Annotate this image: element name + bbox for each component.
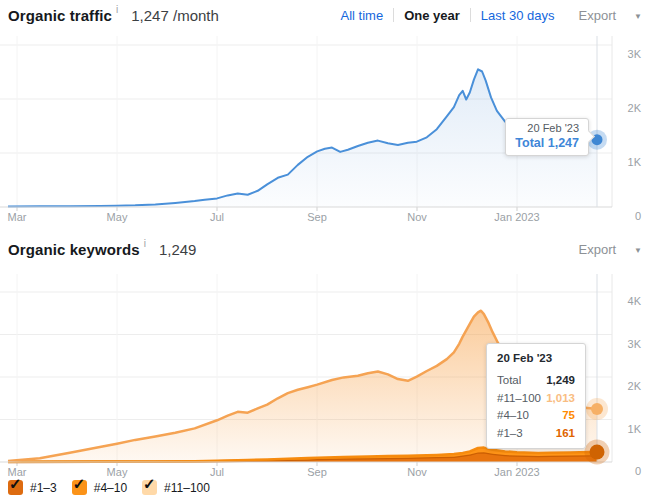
y-axis-label: 2K <box>628 380 642 392</box>
organic-traffic-header: Organic traffic i 1,247 /month All time … <box>8 4 642 26</box>
tooltip-total: Total 1,247 <box>515 136 579 151</box>
tooltip-row-value: 1,013 <box>546 392 575 405</box>
x-axis-label: Nov <box>407 211 427 223</box>
caret-down-icon: ▼ <box>634 12 642 21</box>
caret-down-icon: ▼ <box>634 246 642 255</box>
analytics-overview-panel: Organic traffic i 1,247 /month All time … <box>0 0 649 504</box>
tab-one-year[interactable]: One year <box>394 8 470 23</box>
legend-label: #11–100 <box>164 481 210 495</box>
organic-traffic-title: Organic traffic <box>8 7 112 24</box>
export-button[interactable]: Export ▼ <box>579 242 643 257</box>
y-axis-label: 1K <box>628 156 642 168</box>
checkmark-icon: ✓ <box>9 476 22 491</box>
tooltip-date: 20 Feb '23 <box>497 351 575 365</box>
tooltip-row-label: #11–100 <box>497 392 541 405</box>
y-axis-label: 2K <box>628 102 642 114</box>
tooltip-row-label: #1–3 <box>497 427 523 440</box>
legend-checkbox[interactable]: ✓ <box>72 480 87 495</box>
tooltip-row-label: #4–10 <box>497 409 529 422</box>
legend-checkbox[interactable]: ✓ <box>8 480 23 495</box>
legend-checkbox[interactable]: ✓ <box>142 480 157 495</box>
x-axis-label: Jul <box>210 466 224 478</box>
y-axis-label: 3K <box>628 338 642 350</box>
tab-last-30-days[interactable]: Last 30 days <box>471 8 565 23</box>
x-axis-label: Sep <box>307 211 327 223</box>
x-axis-label: May <box>107 211 128 223</box>
legend-label: #4–10 <box>94 481 127 495</box>
tooltip-row: #11–1001,013 <box>497 392 575 405</box>
keywords-legend: ✓#1–3✓#4–10✓#11–100 <box>8 480 210 495</box>
y-axis-label: 4K <box>628 295 642 307</box>
checkmark-icon: ✓ <box>143 476 156 491</box>
checkmark-icon: ✓ <box>73 476 86 491</box>
x-axis-label: Jan 2023 <box>494 466 539 478</box>
legend-item[interactable]: ✓#1–3 <box>8 480 57 495</box>
tooltip-row: #4–1075 <box>497 409 575 422</box>
tooltip-row-value: 75 <box>562 409 575 422</box>
tooltip-row: Total1,249 <box>497 374 575 387</box>
y-axis-label: 3K <box>628 48 642 60</box>
y-axis-label: 0 <box>635 210 641 222</box>
legend-item[interactable]: ✓#4–10 <box>72 480 127 495</box>
x-axis-label: Mar <box>8 211 27 223</box>
export-label: Export <box>579 242 617 257</box>
organic-traffic-value: 1,247 /month <box>131 7 219 24</box>
organic-keywords-title: Organic keywords <box>8 241 140 258</box>
traffic-tooltip: 20 Feb '23 Total 1,247 <box>505 118 589 156</box>
x-axis-label: Nov <box>407 466 427 478</box>
legend-label: #1–3 <box>30 481 57 495</box>
tooltip-row: #1–3161 <box>497 427 575 440</box>
tab-all-time[interactable]: All time <box>331 8 394 23</box>
info-icon[interactable]: i <box>116 4 118 15</box>
x-axis-label: Jul <box>210 211 224 223</box>
end-dot <box>590 444 605 459</box>
date-range-tabs: All time One year Last 30 days <box>331 8 565 23</box>
tooltip-date: 20 Feb '23 <box>515 122 579 135</box>
x-axis-label: May <box>107 466 128 478</box>
tooltip-row-value: 161 <box>556 427 575 440</box>
tooltip-row-value: 1,249 <box>546 374 575 387</box>
info-icon[interactable]: i <box>144 238 146 249</box>
export-button[interactable]: Export ▼ <box>579 8 643 23</box>
y-axis-label: 0 <box>635 465 641 477</box>
end-dot <box>591 403 603 415</box>
legend-item[interactable]: ✓#11–100 <box>142 480 210 495</box>
organic-keywords-value: 1,249 <box>159 241 197 258</box>
y-axis-label: 1K <box>628 423 642 435</box>
tooltip-rows: Total1,249#11–1001,013#4–1075#1–3161 <box>497 374 575 440</box>
keywords-tooltip: 20 Feb '23 Total1,249#11–1001,013#4–1075… <box>486 343 586 449</box>
export-label: Export <box>579 8 617 23</box>
x-axis-label: Jan 2023 <box>494 211 539 223</box>
tooltip-row-label: Total <box>497 374 521 387</box>
x-axis-label: Sep <box>307 466 327 478</box>
organic-keywords-header: Organic keywords i 1,249 Export ▼ <box>8 238 642 260</box>
